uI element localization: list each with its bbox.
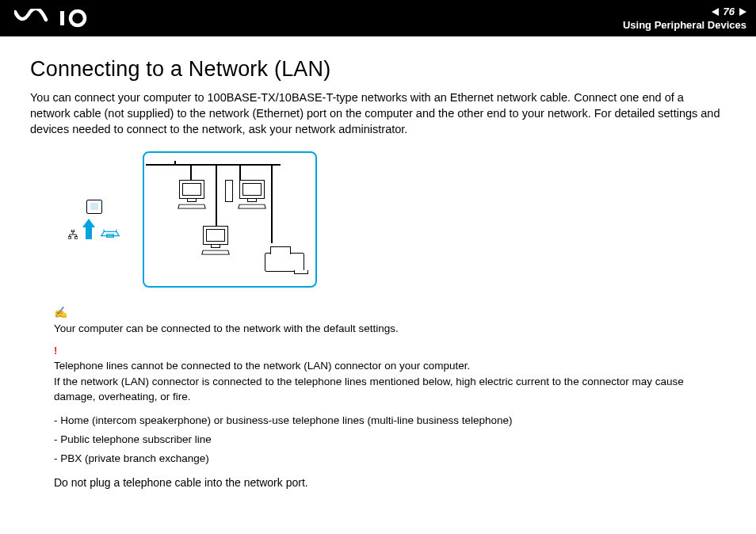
intro-paragraph: You can connect your computer to 100BASE…	[30, 90, 726, 137]
computer-icon	[176, 180, 208, 209]
page-title: Connecting to a Network (LAN)	[30, 57, 726, 82]
bullet-item: - PBX (private branch exchange)	[54, 451, 726, 466]
svg-rect-7	[68, 237, 71, 239]
computer-icon	[236, 180, 268, 209]
page-content: Connecting to a Network (LAN) You can co…	[0, 36, 756, 491]
warning-text-1: Telephone lines cannot be connected to t…	[54, 358, 726, 373]
warning-text-2: If the network (LAN) connector is connec…	[54, 374, 726, 404]
bullet-item: - Public telephone subscriber line	[54, 432, 726, 447]
printer-icon	[265, 253, 304, 272]
ethernet-plug-icon	[100, 228, 120, 239]
tip-text: Your computer can be connected to the ne…	[54, 321, 726, 336]
svg-point-1	[71, 11, 85, 25]
computer-icon	[200, 226, 231, 255]
tip-icon: ✍	[54, 305, 726, 321]
svg-rect-2	[71, 230, 74, 232]
warning-icon: !	[54, 344, 726, 358]
ethernet-port-icon	[86, 200, 102, 214]
notes-block: ✍ Your computer can be connected to the …	[54, 305, 726, 491]
final-warning: Do not plug a telephone cable into the n…	[54, 475, 726, 491]
next-page-arrow-icon[interactable]	[739, 8, 746, 16]
network-diagram	[143, 151, 317, 288]
prev-page-arrow-icon[interactable]	[712, 8, 719, 16]
vaio-logo	[14, 9, 101, 28]
up-arrow-icon	[82, 219, 95, 239]
page-number: 76	[724, 6, 735, 17]
page-navigation: 76 Using Peripheral Devices	[623, 6, 746, 31]
ethernet-port-legend	[68, 200, 120, 239]
header-bar: 76 Using Peripheral Devices	[0, 0, 756, 36]
section-title: Using Peripheral Devices	[623, 19, 746, 31]
bullet-item: - Home (intercom speakerphone) or busine…	[54, 413, 726, 428]
svg-rect-0	[60, 11, 64, 25]
tower-icon	[225, 180, 233, 202]
network-figure	[68, 151, 726, 288]
svg-rect-8	[75, 237, 78, 239]
network-topology-icon	[68, 230, 78, 239]
